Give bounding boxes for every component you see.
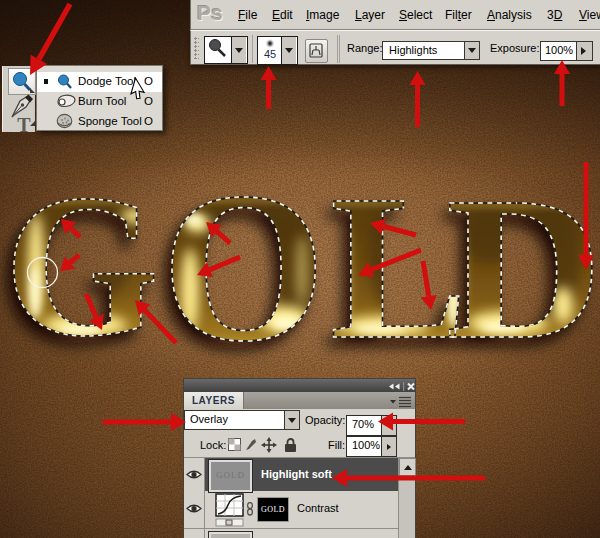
svg-text:45: 45 (264, 48, 276, 60)
svg-text:T: T (17, 114, 31, 132)
